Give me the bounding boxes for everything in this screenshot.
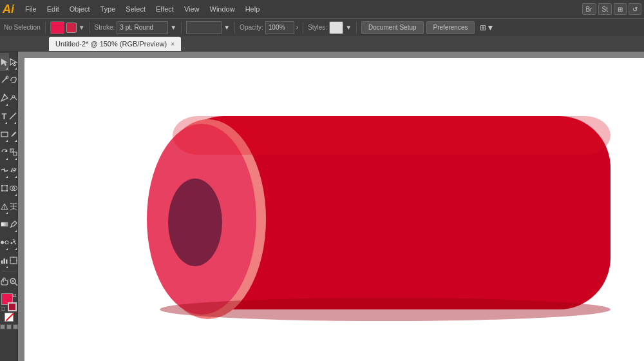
sep2 — [90, 22, 90, 34]
svg-rect-47 — [173, 116, 611, 155]
stroke-dropdown-arrow[interactable]: ▼ — [170, 24, 176, 31]
free-transform-tool[interactable] — [0, 179, 9, 197]
tool-row-graph — [0, 251, 17, 269]
column-graph-tool[interactable] — [0, 251, 9, 269]
styles-dropdown[interactable]: ▼ — [345, 24, 352, 31]
svg-point-48 — [160, 298, 611, 321]
stroke-input[interactable] — [117, 21, 168, 34]
opacity-label: Opacity: — [240, 24, 263, 31]
type-tool[interactable]: T — [0, 107, 8, 125]
tools-panel: T — [0, 52, 18, 361]
menu-view[interactable]: View — [180, 4, 204, 14]
screen-mode-area — [0, 324, 18, 329]
direct-selection-tool[interactable] — [9, 53, 18, 71]
warp-tool[interactable] — [9, 161, 18, 179]
main-layout: T — [0, 52, 644, 361]
width-tool[interactable] — [0, 161, 9, 179]
svg-rect-32 — [4, 259, 6, 264]
svg-rect-34 — [10, 257, 17, 264]
svg-line-6 — [10, 113, 16, 119]
full-screen-btn[interactable] — [6, 324, 12, 329]
stroke-width-input[interactable] — [186, 21, 222, 34]
pen-tool[interactable] — [0, 89, 9, 107]
stroke-color-indicator[interactable] — [66, 23, 77, 33]
stroke-swatch[interactable] — [8, 302, 17, 311]
rotate-tool[interactable] — [0, 143, 9, 161]
svg-rect-17 — [1, 190, 3, 191]
paintbrush-tool[interactable] — [9, 125, 18, 143]
zoom-tool[interactable] — [9, 273, 18, 291]
menu-file[interactable]: File — [21, 4, 41, 14]
preferences-button[interactable]: Preferences — [426, 21, 475, 34]
transform-controls-btn[interactable]: ⊞▼ — [480, 23, 494, 32]
presentation-btn[interactable] — [13, 324, 18, 329]
perspective-grid-tool[interactable] — [0, 197, 9, 215]
selection-tool[interactable] — [0, 53, 9, 71]
fill-section: ▼ — [50, 21, 85, 34]
options-toolbar: No Selection ▼ Stroke: ▼ ▼ Opacity: › St… — [0, 18, 644, 36]
curvature-tool[interactable] — [9, 89, 18, 107]
mesh-tool[interactable] — [9, 197, 18, 215]
tool-row-rect — [0, 125, 17, 143]
none-color-btn[interactable] — [5, 313, 14, 322]
svg-point-25 — [1, 241, 4, 244]
stroke-width-dropdown[interactable]: ▼ — [223, 24, 230, 31]
gradient-tool[interactable] — [0, 215, 9, 233]
menu-effect[interactable]: Effect — [151, 4, 178, 14]
swap-colors-btn[interactable]: ⇄ — [12, 293, 17, 298]
lasso-tool[interactable] — [9, 71, 18, 89]
scale-tool[interactable] — [9, 143, 18, 161]
opacity-input[interactable] — [265, 21, 294, 34]
magic-wand-tool[interactable] — [0, 71, 9, 89]
menu-type[interactable]: Type — [96, 4, 120, 14]
tab-bar: Untitled-2* @ 150% (RGB/Preview) × — [0, 36, 644, 52]
color-area: ⇄ ◻ — [0, 293, 18, 329]
svg-rect-7 — [1, 132, 8, 137]
tab-close-btn[interactable]: × — [171, 41, 175, 48]
svg-point-30 — [15, 243, 16, 244]
rectangle-tool[interactable] — [0, 125, 9, 143]
opacity-expand[interactable]: › — [296, 24, 298, 31]
tab-title: Untitled-2* @ 150% (RGB/Preview) — [55, 40, 167, 48]
menu-select[interactable]: Select — [121, 4, 150, 14]
line-tool[interactable] — [8, 107, 17, 125]
opacity-section: Opacity: › — [240, 21, 298, 34]
blend-tool[interactable] — [0, 233, 9, 251]
menu-object[interactable]: Object — [65, 4, 95, 14]
normal-screen-btn[interactable] — [0, 324, 5, 329]
default-colors-btn[interactable]: ◻ — [1, 306, 6, 311]
svg-point-4 — [4, 94, 6, 96]
layout-btn[interactable]: ⊞ — [614, 3, 627, 15]
hand-tool[interactable] — [0, 273, 9, 291]
symbol-sprayer-tool[interactable] — [9, 233, 18, 251]
svg-rect-18 — [6, 190, 8, 191]
tool-row-freetransform — [0, 179, 17, 197]
tool-row-blend — [0, 233, 17, 251]
menu-help[interactable]: Help — [241, 4, 265, 14]
sep4 — [234, 22, 235, 34]
menu-edit[interactable]: Edit — [43, 4, 64, 14]
bridge-icons-group: Br St ⊞ ↺ — [582, 3, 641, 15]
eyedropper-tool[interactable] — [9, 215, 18, 233]
svg-rect-10 — [14, 152, 17, 155]
svg-rect-16 — [6, 185, 8, 186]
menu-window[interactable]: Window — [205, 4, 240, 14]
svg-rect-23 — [1, 222, 8, 226]
bridge-btn[interactable]: Br — [582, 3, 596, 15]
artboard-canvas — [24, 58, 644, 361]
shape-builder-tool[interactable] — [9, 179, 18, 197]
tool-row-type: T — [0, 107, 17, 125]
tool-row-pen — [0, 89, 17, 107]
fill-color-btn[interactable] — [50, 21, 64, 34]
sep1 — [45, 22, 46, 34]
sync-btn[interactable]: ↺ — [629, 3, 641, 15]
styles-swatch[interactable] — [329, 21, 343, 34]
styles-label: Styles: — [308, 24, 327, 31]
stroke-label: Stroke: — [95, 24, 115, 31]
document-tab[interactable]: Untitled-2* @ 150% (RGB/Preview) × — [49, 37, 181, 51]
svg-rect-15 — [1, 185, 3, 186]
svg-point-26 — [5, 241, 8, 244]
artboard-tool[interactable] — [9, 251, 18, 269]
document-setup-button[interactable]: Document Setup — [361, 21, 424, 34]
stock-btn[interactable]: St — [598, 3, 612, 15]
